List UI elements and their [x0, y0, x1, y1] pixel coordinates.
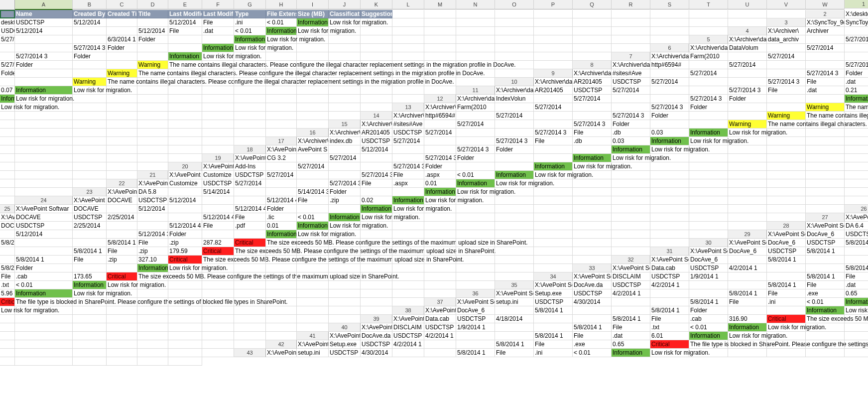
cell-lastmod[interactable] — [137, 222, 168, 230]
cell-createdtime[interactable]: 5/8/2014 1 — [534, 306, 573, 315]
cell-createdtime[interactable]: 5/27/2014 — [424, 129, 456, 137]
cell-path[interactable]: X:\SyncToy_9da2ac — [806, 18, 845, 27]
cell-empty[interactable] — [456, 247, 495, 256]
cell-empty[interactable] — [0, 171, 15, 179]
cell-createdtime[interactable]: 1/9/2014 1 — [689, 272, 728, 281]
cell-lastmod2[interactable]: 5/8/2014 1 — [806, 272, 845, 281]
cell-empty[interactable] — [392, 230, 424, 239]
col-header-O[interactable]: O — [495, 0, 534, 9]
cell-ext[interactable]: .cab — [15, 272, 73, 281]
row-header-42[interactable]: 42 — [266, 340, 297, 349]
cell-lastmod2[interactable]: 6/3/2014 1 — [107, 35, 137, 44]
cell-suggestion[interactable]: Low risk for migration. — [767, 323, 806, 332]
cell-ext[interactable]: .dat — [845, 78, 868, 86]
cell-createdtime[interactable]: 5/27/2014 — [456, 120, 495, 129]
cell-createdby[interactable]: USDCTSP — [15, 18, 73, 27]
cell-empty[interactable] — [392, 35, 424, 44]
cell-empty[interactable] — [168, 281, 202, 289]
cell-type[interactable]: Folder — [107, 44, 137, 52]
cell-empty[interactable] — [612, 230, 650, 239]
cell-empty[interactable] — [456, 69, 495, 78]
cell-empty[interactable] — [728, 340, 767, 349]
cell-empty[interactable] — [0, 196, 15, 205]
select-all-corner[interactable] — [0, 0, 15, 10]
cell-empty[interactable] — [650, 162, 689, 171]
cell-empty[interactable] — [234, 298, 266, 306]
cell-classification[interactable]: Information — [297, 18, 329, 27]
cell-empty[interactable] — [767, 129, 806, 137]
cell-empty[interactable] — [329, 306, 361, 315]
cell-name[interactable]: AR201405 — [573, 78, 612, 86]
cell-empty[interactable] — [767, 179, 806, 188]
cell-path[interactable]: X:\Archiver\data_arc — [456, 95, 495, 103]
cell-lastmod2[interactable]: 5/14/2014 3 — [297, 188, 329, 196]
cell-empty[interactable] — [495, 44, 534, 52]
cell-empty[interactable] — [137, 78, 168, 86]
col-header-A[interactable]: A — [15, 0, 73, 10]
cell-title[interactable] — [361, 154, 392, 162]
cell-ext[interactable]: .dat — [845, 281, 868, 289]
cell-path[interactable]: X:\AvePoint Softwar — [15, 205, 73, 213]
cell-empty[interactable] — [767, 196, 806, 205]
cell-empty[interactable] — [845, 323, 868, 332]
cell-empty[interactable] — [202, 145, 234, 154]
cell-lastmod2[interactable]: 5/12/2014 4 — [234, 205, 266, 213]
cell-empty[interactable] — [297, 44, 329, 52]
cell-empty[interactable] — [329, 281, 361, 289]
cell-type[interactable]: Folder — [728, 95, 767, 103]
cell-empty[interactable] — [297, 272, 329, 281]
cell-name[interactable]: DOCAVE — [107, 196, 137, 205]
cell-title[interactable] — [456, 332, 495, 340]
cell-empty[interactable] — [392, 27, 424, 35]
col-header-N[interactable]: N — [456, 0, 495, 9]
cell-empty[interactable] — [689, 196, 728, 205]
cell-suggestion[interactable]: Low risk for migration. — [73, 86, 107, 95]
cell-empty[interactable] — [266, 298, 297, 306]
cell-empty[interactable] — [495, 247, 534, 256]
cell-size[interactable]: 179.59 — [168, 247, 202, 256]
cell-suggestion[interactable]: Low risk for migration. — [424, 196, 456, 205]
cell-empty[interactable] — [297, 315, 329, 323]
row-header-17[interactable]: 17 — [266, 137, 297, 145]
cell-empty[interactable] — [392, 61, 424, 69]
cell-empty[interactable] — [361, 78, 392, 86]
cell-createdby[interactable] — [0, 230, 15, 239]
cell-empty[interactable] — [650, 205, 689, 213]
col-header-D[interactable]: D — [137, 0, 168, 9]
cell-empty[interactable] — [234, 264, 266, 272]
cell-T1[interactable] — [650, 10, 689, 18]
cell-classification[interactable]: Information — [361, 205, 392, 213]
cell-empty[interactable] — [168, 69, 202, 78]
cell-size[interactable]: < 0.01 — [689, 323, 728, 332]
cell-empty[interactable] — [689, 162, 728, 171]
row-header-4[interactable]: 4 — [728, 27, 767, 35]
cell-empty[interactable] — [15, 332, 73, 340]
cell-createdby[interactable]: USDCTSP — [15, 222, 73, 230]
cell-createdby[interactable]: USDCTSP — [806, 239, 845, 247]
cell-title[interactable] — [107, 222, 137, 230]
cell-empty[interactable] — [534, 247, 573, 256]
cell-type[interactable]: Folder — [845, 69, 868, 78]
cell-ext[interactable] — [107, 52, 137, 61]
cell-name[interactable]: Customize — [168, 179, 202, 188]
cell-ext[interactable]: .ini — [234, 18, 266, 27]
cell-name[interactable]: Customize — [202, 171, 234, 179]
cell-classification[interactable]: Information — [612, 349, 650, 357]
cell-empty[interactable] — [202, 306, 234, 315]
col-header-Q[interactable]: Q — [573, 0, 612, 9]
cell-empty[interactable] — [168, 357, 202, 366]
cell-empty[interactable] — [612, 171, 650, 179]
cell-empty[interactable] — [424, 61, 456, 69]
cell-type[interactable]: File — [202, 222, 234, 230]
cell-title[interactable] — [767, 264, 806, 272]
cell-empty[interactable] — [137, 95, 168, 103]
cell-type[interactable]: File — [573, 332, 612, 340]
cell-name[interactable]: desktop.ini — [0, 18, 15, 27]
cell-lastmod[interactable] — [168, 213, 202, 222]
cell-empty[interactable] — [612, 247, 650, 256]
cell-empty[interactable] — [73, 298, 107, 306]
cell-name[interactable]: Farm(2010 — [456, 103, 495, 112]
cell-empty[interactable] — [612, 213, 650, 222]
cell-ext[interactable]: .aspx — [392, 179, 424, 188]
cell-empty[interactable] — [73, 306, 107, 315]
